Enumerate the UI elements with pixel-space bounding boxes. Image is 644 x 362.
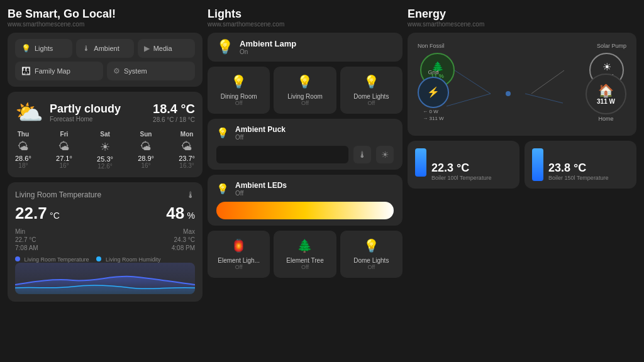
boiler-100l-card: 22.3 °C Boiler 100l Temperature: [408, 141, 519, 189]
humidity-unit: %: [187, 211, 195, 221]
current-temp: 22.7: [15, 204, 47, 222]
media-icon: ▶: [144, 44, 150, 53]
light-element-ligh[interactable]: 🏮 Element Ligh... Off: [208, 231, 270, 278]
light-dining-room[interactable]: 💡 Dining Room Off: [208, 67, 270, 114]
led-color-slider[interactable]: [216, 202, 394, 219]
grid-values: ← 0 W → 311 W: [423, 108, 443, 122]
bulb-icon: 💡: [279, 74, 331, 89]
svg-line-2: [447, 94, 491, 106]
family-icon: 👨‍👩‍👧: [21, 67, 31, 75]
temp-chart: [15, 263, 195, 294]
puck-name: Ambient Puck: [235, 125, 286, 134]
dome-bottom-icon: 💡: [345, 238, 397, 253]
lamp-name: Ambient Lamp: [240, 39, 296, 48]
legend-temp: Living Room Temperature: [15, 256, 89, 263]
weather-range: 28.6 °C / 18 °C: [153, 116, 195, 123]
lamp-icon: 💡: [216, 39, 233, 55]
system-icon: ⚙: [113, 67, 120, 75]
bulb-icon: 💡: [213, 74, 265, 89]
led-status: Off: [235, 190, 287, 197]
legend-humidity-dot: [96, 256, 101, 261]
svg-line-1: [531, 70, 564, 94]
boiler-150l-card: 23.8 °C Boiler 150l Temperature: [525, 141, 636, 189]
min-time: 7:08 AM: [15, 244, 38, 251]
energy-flow-card: Non Fossil Solar Pump 🌲 11 % ☀ 66 W: [408, 33, 636, 136]
nav-lights[interactable]: 💡 Lights: [15, 39, 72, 58]
nav-media[interactable]: ▶ Media: [138, 39, 195, 58]
light-dome[interactable]: 💡 Dome Lights Off: [340, 67, 402, 114]
puck-icon: 💡: [216, 127, 229, 139]
left-subtitle: www.smarthomescene.com: [8, 21, 203, 28]
boiler-100l-bar: [415, 148, 426, 177]
boiler-150l-temp: 23.8 °C: [548, 162, 608, 175]
mid-title: Lights: [208, 8, 402, 21]
boiler-150l-label: Boiler 150l Temperature: [548, 175, 608, 181]
weather-location: Forecast Home: [50, 116, 121, 123]
element-ligh-icon: 🏮: [213, 238, 265, 253]
led-name: Ambient LEDs: [235, 181, 287, 190]
legend-temp-dot: [15, 256, 20, 261]
weather-card: ⛅ Partly cloudy Forecast Home 18.4 °C 28…: [8, 92, 203, 177]
light-dome-bottom[interactable]: 💡 Dome Lights Off: [340, 231, 402, 278]
max-temp: 24.3 °C: [172, 236, 195, 243]
forecast-fri: Fri 🌤 27.1° 16°: [56, 131, 72, 170]
mid-subtitle: www.smarthomescene.com: [208, 21, 402, 28]
boiler-100l-label: Boiler 100l Temperature: [431, 175, 491, 181]
mid-section-header: Lights www.smarthomescene.com: [208, 8, 402, 28]
weather-temp: 18.4 °C: [153, 102, 195, 116]
nav-family-map[interactable]: 👨‍👩‍👧 Family Map: [15, 62, 103, 80]
nav-system[interactable]: ⚙ System: [107, 62, 195, 80]
grid-label: Grid: [428, 69, 438, 75]
bulb-icon: 💡: [345, 74, 397, 89]
ambient-icon: 🌡: [82, 44, 90, 53]
nav-ambient[interactable]: 🌡 Ambient: [76, 39, 133, 58]
home-node: 🏠 311 W Home: [586, 74, 626, 122]
puck-status: Off: [235, 134, 286, 141]
svg-line-0: [455, 70, 491, 94]
grid-icon: ⚡: [427, 86, 440, 98]
puck-temp-btn[interactable]: 🌡: [353, 146, 371, 163]
home-label: Home: [598, 116, 613, 122]
weather-forecast: Thu 🌤 28.6° 18° Fri 🌤 27.1° 16° Sat ☀ 25…: [15, 131, 195, 170]
ambient-lamp-card[interactable]: 💡 Ambient Lamp On: [208, 33, 402, 62]
grid-circle: ⚡: [418, 77, 449, 108]
boiler-row: 22.3 °C Boiler 100l Temperature 23.8 °C …: [408, 141, 636, 189]
forecast-sat: Sat ☀ 25.3° 12.6°: [97, 131, 113, 170]
puck-slider[interactable]: [216, 146, 348, 163]
right-section-header: Energy www.smarthomescene.com: [408, 8, 636, 28]
boiler-150l-bar: [532, 148, 543, 181]
ambient-led-card: 💡 Ambient LEDs Off: [208, 175, 402, 226]
forecast-thu: Thu 🌤 28.6° 18°: [15, 131, 31, 170]
bottom-lights-grid: 🏮 Element Ligh... Off 🌲 Element Tree Off…: [208, 231, 402, 278]
forecast-mon: Mon 🌤 23.7° 16.3°: [179, 131, 195, 170]
left-title: Be Smart, Go Local!: [8, 8, 203, 21]
ambient-puck-card: 💡 Ambient Puck Off 🌡 ☀: [208, 119, 402, 170]
nav-row2: 👨‍👩‍👧 Family Map ⚙ System: [15, 62, 195, 80]
min-temp: 22.7 °C: [15, 236, 38, 243]
left-section-header: Be Smart, Go Local! www.smarthomescene.c…: [8, 8, 203, 28]
chart-svg: [15, 263, 195, 294]
lights-icon: 💡: [21, 44, 31, 53]
svg-line-3: [525, 94, 563, 103]
home-value: 311 W: [597, 98, 615, 105]
grid-node: Grid ⚡ ← 0 W → 311 W: [418, 69, 449, 122]
forecast-sun: Sun 🌤 28.9° 16°: [138, 131, 154, 170]
light-living-room[interactable]: 💡 Living Room Off: [274, 67, 336, 114]
solar-icon: ☀: [602, 61, 611, 73]
nav-card: 💡 Lights 🌡 Ambient ▶ Media 👨‍👩‍👧 Family …: [8, 33, 203, 87]
room-temp-title: Living Room Temperature: [15, 190, 101, 199]
solar-label: Solar Pump: [597, 43, 626, 49]
element-tree-icon: 🌲: [279, 238, 331, 253]
home-icon: 🏠: [598, 83, 614, 98]
temp-unit: °C: [50, 211, 60, 221]
right-subtitle: www.smarthomescene.com: [408, 21, 636, 28]
light-element-tree[interactable]: 🌲 Element Tree Off: [274, 231, 336, 278]
svg-point-4: [506, 91, 511, 96]
boiler-100l-temp: 22.3 °C: [431, 162, 491, 175]
max-time: 4:08 PM: [172, 244, 195, 251]
nav-row1: 💡 Lights 🌡 Ambient ▶ Media: [15, 39, 195, 58]
led-icon: 💡: [216, 183, 229, 195]
lights-grid: 💡 Dining Room Off 💡 Living Room Off 💡 Do…: [208, 67, 402, 114]
puck-color-btn[interactable]: ☀: [376, 146, 394, 163]
right-title: Energy: [408, 8, 636, 21]
